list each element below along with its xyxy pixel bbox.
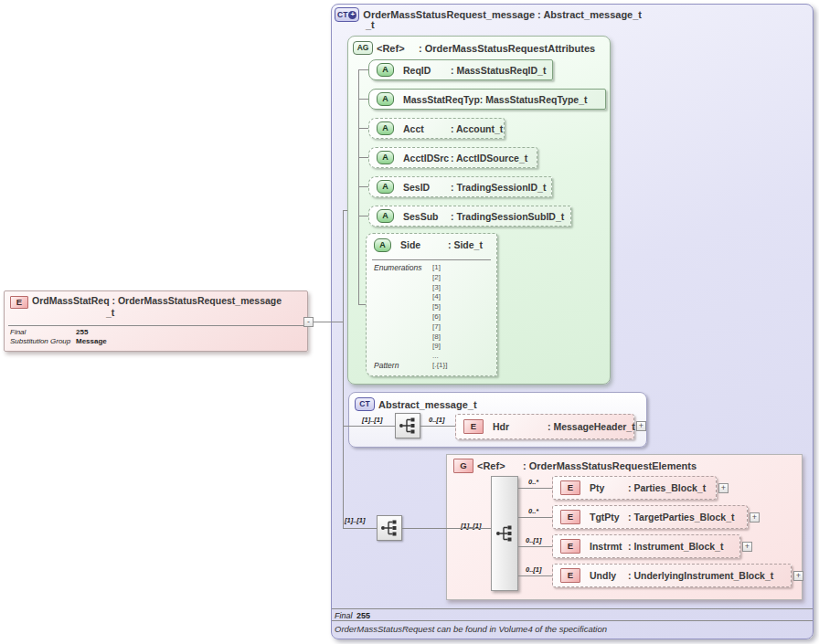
attribute-box-MassStatReqTyp[interactable]: A MassStatReqTyp : MassStatusReqType_t <box>368 89 606 110</box>
group-header: G <Ref> : OrderMassStatusRequestElements <box>453 459 697 473</box>
connector-line <box>420 426 455 427</box>
element-icon: E <box>463 419 484 434</box>
connector-line <box>358 216 368 216</box>
element-box-Undly[interactable]: E Undly : UnderlyingInstrument_Block_t <box>552 564 792 587</box>
final-row: Final 255 <box>335 611 370 620</box>
element-box-Instrmt[interactable]: E Instrmt : Instrument_Block_t <box>552 534 740 558</box>
attribute-box-AcctIDSrc[interactable]: A AcctIDSrc : AcctIDSource_t <box>368 147 537 168</box>
divider <box>332 608 813 609</box>
connector-line <box>314 322 343 322</box>
connector-line <box>518 575 552 576</box>
element-icon: E <box>560 539 580 554</box>
connector-line <box>358 128 368 129</box>
sequence-icon[interactable] <box>395 413 420 438</box>
group-ref: <Ref> <box>477 460 519 471</box>
sequence-glyph <box>396 414 420 438</box>
complextype-plus-icon: CT + <box>335 7 359 22</box>
sequence-glyph <box>378 516 401 540</box>
attribute-icon: A <box>377 92 394 106</box>
connector-line <box>446 528 491 529</box>
connector-line <box>358 69 359 305</box>
root-title-wrap: _t <box>106 307 114 319</box>
multiplicity-label: 0..* <box>528 478 538 486</box>
enumeration-values: [1] [2] [3] [4] [5] [6] [7] [8] [9] ... <box>432 263 441 362</box>
attributegroup-header: AG <Ref> : OrderMassStatusRequestAttribu… <box>353 41 595 55</box>
element-icon: E <box>560 480 580 495</box>
attribute-box-Acct[interactable]: A Acct : Account_t <box>368 118 505 139</box>
plus-badge-icon: + <box>348 11 356 19</box>
expand-button[interactable]: + <box>636 421 646 431</box>
pattern-value: [.{1}] <box>432 361 447 371</box>
sequence-icon[interactable] <box>377 515 402 541</box>
element-icon: E <box>560 568 580 583</box>
attribute-icon: A <box>374 238 391 252</box>
enumerations-label: Enumerations <box>374 263 421 272</box>
connector-line <box>518 517 552 518</box>
multiplicity-label: 0..* <box>528 507 538 515</box>
attributegroup-type: : OrderMassStatusRequestAttributes <box>419 43 595 54</box>
connector-line <box>358 157 368 158</box>
collapse-button[interactable]: - <box>303 317 314 327</box>
attribute-icon: A <box>377 63 394 77</box>
substitution-group-row: Substitution Group Message <box>10 337 107 345</box>
group-icon: G <box>453 459 473 473</box>
connector-line <box>518 546 552 547</box>
attribute-box-ReqID[interactable]: A ReqID : MassStatusReqID_t <box>368 59 553 80</box>
element-box-Hdr[interactable]: E Hdr : MessageHeader_t <box>455 414 634 439</box>
attribute-icon: A <box>377 121 394 135</box>
schema-diagram: CT + OrderMassStatusRequest_message : Ab… <box>0 0 819 644</box>
root-title: OrdMassStatReq : OrderMassStatusRequest_… <box>32 295 306 307</box>
divider <box>8 325 309 326</box>
connector-line <box>518 488 552 489</box>
multiplicity-label: [1]..[1] <box>345 516 366 524</box>
complextype-header: CT + OrderMassStatusRequest_message : Ab… <box>335 7 642 22</box>
connector-line <box>358 186 368 187</box>
attribute-icon: A <box>377 209 394 223</box>
expand-button[interactable]: + <box>750 512 760 523</box>
sequence-glyph <box>493 522 516 545</box>
connector-line <box>343 528 377 529</box>
multiplicity-label: 0..[1] <box>526 536 542 544</box>
attribute-box-SesID[interactable]: A SesID : TradingSessionID_t <box>368 176 552 197</box>
attributegroup-icon: AG <box>353 41 373 55</box>
connector-line <box>358 69 368 70</box>
sequence-compositor[interactable] <box>491 476 518 591</box>
attributegroup-ref: <Ref> <box>377 43 415 54</box>
complextype-title-wrap: _t <box>366 19 375 30</box>
attribute-icon: A <box>377 151 394 164</box>
element-icon: E <box>560 510 580 524</box>
complextype-icon: CT <box>355 397 375 411</box>
element-box-TgtPty[interactable]: E TgtPty : TargetParties_Block_t <box>552 505 748 529</box>
connector-line <box>402 528 446 529</box>
attribute-box-SesSub[interactable]: A SesSub : TradingSessionSubID_t <box>368 206 571 227</box>
abstract-header: CT Abstract_message_t <box>355 397 477 411</box>
attribute-icon: A <box>377 180 394 194</box>
footnote: OrderMassStatusRequest can be found in V… <box>335 624 607 634</box>
multiplicity-label: 0..[1] <box>429 416 445 424</box>
expand-button[interactable]: + <box>718 483 729 493</box>
expand-button[interactable]: + <box>742 542 752 552</box>
attribute-box-Side[interactable]: A Side : Side_t Enumerations [1] [2] [3]… <box>366 233 497 376</box>
divider <box>332 620 813 621</box>
element-box-Pty[interactable]: E Pty : Parties_Block_t <box>552 476 717 500</box>
multiplicity-label: [1]..[1] <box>362 416 383 424</box>
pattern-label: Pattern <box>374 361 399 370</box>
abstract-title: Abstract_message_t <box>378 399 477 410</box>
connector-line <box>358 304 366 305</box>
expand-button[interactable]: + <box>793 571 803 581</box>
final-row: Final 255 <box>10 328 88 336</box>
connector-line <box>343 210 344 528</box>
group-type: : OrderMassStatusRequestElements <box>523 460 697 471</box>
element-box-OrdMassStatReq[interactable]: E OrdMassStatReq : OrderMassStatusReques… <box>4 290 308 352</box>
complextype-title: OrderMassStatusRequest_message : Abstrac… <box>363 9 642 20</box>
connector-line <box>358 99 368 100</box>
divider <box>372 259 491 260</box>
element-icon: E <box>10 296 28 309</box>
connector-line <box>348 426 395 427</box>
multiplicity-label: 0..[1] <box>526 565 542 574</box>
